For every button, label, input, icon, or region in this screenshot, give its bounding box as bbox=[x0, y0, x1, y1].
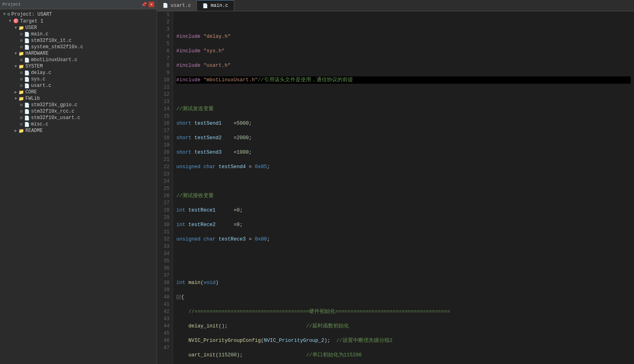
folder-icon: 📁 bbox=[19, 51, 24, 56]
code-line: short testSend3 =1000; bbox=[176, 149, 631, 156]
expand-icon: ▶ bbox=[13, 90, 19, 95]
line-num: 24 bbox=[159, 178, 169, 185]
expand-icon: ⊞ bbox=[19, 32, 24, 37]
line-num: 11 bbox=[159, 84, 169, 91]
sidebar-item-fwlib[interactable]: ▼ 📁 FWLib bbox=[0, 95, 157, 102]
sidebar-item-hardware[interactable]: ▼ 📁 HARDWARE bbox=[0, 50, 157, 57]
line-num: 34 bbox=[159, 250, 169, 257]
expand-icon: ▼ bbox=[13, 97, 19, 101]
close-button[interactable]: ✕ bbox=[149, 2, 154, 7]
sidebar-item-stm32f10x-it[interactable]: ⊞ 📄 stm32f10x_it.c bbox=[0, 37, 157, 44]
line-num: 44 bbox=[159, 323, 169, 330]
expand-icon: ⊞ bbox=[19, 103, 24, 107]
expand-icon: ▼ bbox=[2, 12, 7, 16]
file-icon: 📄 bbox=[24, 32, 30, 37]
header-left: Project bbox=[2, 2, 21, 7]
line-num: 17 bbox=[159, 127, 169, 134]
folder-icon: 📁 bbox=[19, 128, 24, 134]
line-num: 43 bbox=[159, 315, 169, 323]
tab-label: usart.c bbox=[171, 3, 191, 8]
code-line: //======================================… bbox=[176, 308, 631, 315]
project-tree: ▼ ⚙ Project: USART ▼ 🎯 Target 1 ▼ 📁 USER… bbox=[0, 9, 157, 364]
sidebar-item-misc-c[interactable]: ⊞ 📄 misc.c bbox=[0, 121, 157, 128]
hardware-label: HARDWARE bbox=[25, 51, 49, 56]
folder-icon: 📁 bbox=[19, 25, 24, 31]
file-icon: 📄 bbox=[24, 45, 30, 50]
tab-file-icon: 📄 bbox=[163, 3, 168, 8]
line-num: 40 bbox=[159, 294, 169, 301]
sidebar-item-user[interactable]: ▼ 📁 USER bbox=[0, 25, 157, 31]
line-num: 22 bbox=[159, 163, 169, 171]
code-line: -{ bbox=[176, 294, 631, 301]
file-icon: 📄 bbox=[24, 109, 30, 114]
file-label: system_stm32f10x.c bbox=[31, 44, 83, 50]
file-label: usart.c bbox=[31, 83, 51, 88]
sidebar-item-system-stm32f10x[interactable]: ⊞ 📄 system_stm32f10x.c bbox=[0, 44, 157, 50]
code-line: int testRece1 =0; bbox=[176, 207, 631, 214]
line-num: 36 bbox=[159, 265, 169, 272]
tab-main-c[interactable]: 📄 main.c bbox=[197, 0, 234, 11]
line-num: 10 bbox=[159, 76, 169, 84]
file-label: delay.c bbox=[31, 70, 51, 76]
file-icon: 📄 bbox=[24, 38, 30, 43]
sidebar-item-stm32f10x-usart[interactable]: ⊞ 📄 stm32f10x_usart.c bbox=[0, 115, 157, 121]
code-line: unsigned char testRece3 = 0x00; bbox=[176, 236, 631, 243]
code-line bbox=[176, 178, 631, 185]
line-num: 32 bbox=[159, 236, 169, 243]
file-icon: 📄 bbox=[24, 70, 30, 76]
line-num: 2 bbox=[159, 19, 169, 26]
sidebar-item-system[interactable]: ▼ 📁 SYSTEM bbox=[0, 63, 157, 70]
project-icon: ⚙ bbox=[7, 11, 10, 17]
line-num: 37 bbox=[159, 272, 169, 279]
code-line-highlight: #include "mbotLinuxUsart.h"//引用该头文件是使用，通… bbox=[176, 76, 631, 84]
expand-icon: ▼ bbox=[13, 64, 19, 69]
line-num: 41 bbox=[159, 301, 169, 308]
line-num: 9 bbox=[159, 69, 169, 76]
sidebar-item-mbotlinuxusart[interactable]: ⊞ 📄 mbotLinuxUsart.c bbox=[0, 57, 157, 63]
folder-icon: 📁 bbox=[19, 96, 24, 101]
code-line: uart_init(115200); //串口初始化为115200 bbox=[176, 352, 631, 359]
sidebar-item-target1[interactable]: ▼ 🎯 Target 1 bbox=[0, 18, 157, 25]
file-icon: 📄 bbox=[24, 83, 30, 88]
expand-icon: ⊞ bbox=[19, 115, 24, 120]
collapse-box[interactable]: - bbox=[176, 295, 181, 299]
line-num: 20 bbox=[159, 149, 169, 156]
expand-icon: ⊞ bbox=[19, 38, 24, 43]
line-num: 28 bbox=[159, 207, 169, 214]
code-line: //测试发送变量 bbox=[176, 105, 631, 113]
line-num: 45 bbox=[159, 330, 169, 337]
pin-icon[interactable]: 📌 bbox=[141, 2, 147, 7]
sidebar-item-stm32f10x-rcc[interactable]: ⊞ 📄 stm32f10x_rcc.c bbox=[0, 108, 157, 115]
code-line bbox=[176, 91, 631, 98]
line-num: 18 bbox=[159, 134, 169, 142]
project-panel: Project 📌 ✕ ▼ ⚙ Project: USART ▼ 🎯 Targe… bbox=[0, 0, 157, 364]
folder-icon: 📁 bbox=[19, 64, 24, 69]
expand-icon: ⊞ bbox=[19, 45, 24, 49]
core-label: CORE bbox=[25, 89, 37, 95]
sidebar-item-sys-c[interactable]: ⊞ 📄 sys.c bbox=[0, 76, 157, 82]
file-icon: 📄 bbox=[24, 58, 30, 63]
panel-title: Project bbox=[2, 2, 21, 7]
sidebar-item-readme[interactable]: ▶ 📁 README bbox=[0, 128, 157, 134]
file-icon: 📄 bbox=[24, 115, 30, 121]
line-num: 7 bbox=[159, 55, 169, 62]
line-num: 33 bbox=[159, 243, 169, 250]
code-content[interactable]: #include "delay.h" #include "sys.h" #inc… bbox=[173, 11, 634, 364]
user-label: USER bbox=[25, 25, 37, 31]
file-label: stm32f10x_it.c bbox=[31, 38, 72, 43]
expand-icon: ▼ bbox=[13, 51, 19, 56]
sidebar-item-usart-c[interactable]: ⊞ 📄 usart.c bbox=[0, 82, 157, 89]
sidebar-item-delay-c[interactable]: ⊞ 📄 delay.c bbox=[0, 70, 157, 76]
expand-icon: ⊞ bbox=[19, 109, 24, 114]
sidebar-item-core[interactable]: ▶ 📁 CORE bbox=[0, 89, 157, 95]
panel-header: Project 📌 ✕ bbox=[0, 0, 157, 9]
line-num: 35 bbox=[159, 257, 169, 265]
tab-usart-c[interactable]: 📄 usart.c bbox=[157, 0, 197, 11]
line-num: 42 bbox=[159, 308, 169, 315]
line-num: 12 bbox=[159, 91, 169, 98]
tree-root[interactable]: ▼ ⚙ Project: USART bbox=[0, 11, 157, 18]
sidebar-item-stm32f10x-gpio[interactable]: ⊞ 📄 stm32f10x_gpio.c bbox=[0, 102, 157, 108]
line-num: 6 bbox=[159, 47, 169, 55]
sidebar-item-main-c[interactable]: ⊞ 📄 main.c bbox=[0, 31, 157, 37]
line-num: 16 bbox=[159, 120, 169, 127]
